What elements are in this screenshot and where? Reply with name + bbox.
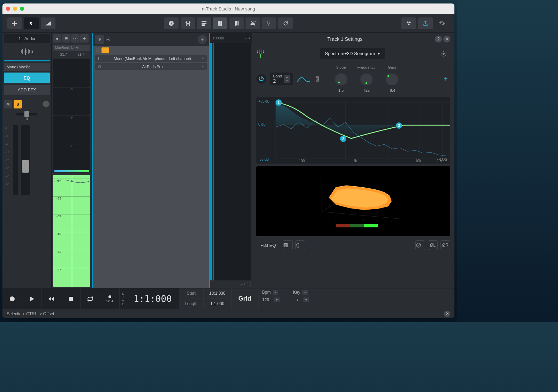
svg-rect-10 [205,21,206,22]
svg-rect-64 [285,246,287,247]
add-band-button[interactable]: + [441,74,450,83]
stretch-icon[interactable]: ⟷ [245,36,250,40]
record-button[interactable] [2,288,22,309]
svg-point-29 [408,23,410,25]
key-value[interactable]: / [294,297,301,302]
key-up-icon[interactable]: ▲ [302,290,308,295]
peak-meters: -3 -9 -15 [53,59,90,172]
maximize-window[interactable] [20,7,24,11]
fullscreen-icon[interactable]: ⛶ [247,282,251,287]
stop-button[interactable] [61,288,81,309]
band-up-icon[interactable]: ▲ [284,75,290,79]
phase-left-button[interactable]: ØL [428,240,438,250]
status-close-icon[interactable]: ✕ [444,311,450,317]
solo-button[interactable]: S [14,100,22,108]
play-button[interactable] [22,288,42,309]
rewind-button[interactable] [42,288,61,309]
mute-button[interactable]: M [4,100,12,108]
grid-mode[interactable]: Grid [232,288,259,309]
track-color-bar [4,60,50,61]
loop-button[interactable] [81,288,100,309]
record-dot-icon[interactable]: ● [53,34,61,43]
zoom-in-icon[interactable]: + [243,282,246,287]
move-tool-icon[interactable] [7,17,22,29]
gain-knob[interactable] [385,72,399,85]
grid-view-icon[interactable] [197,17,211,29]
length-value[interactable]: 1:1:000 [204,299,232,309]
slope-knob[interactable] [334,72,348,85]
sonogram-3d-display[interactable] [256,166,450,236]
svg-rect-2 [186,21,187,26]
refresh-icon[interactable] [278,17,293,29]
eq-node-1[interactable]: 1 [276,99,282,106]
track-name[interactable]: 1 - Audio [4,34,50,43]
input-routing[interactable]: I Mono (MacBook Air M...phone - Left cha… [95,55,207,62]
close-window[interactable] [6,7,10,11]
key-down-icon[interactable]: ▼ [303,297,309,302]
svg-rect-68 [69,297,73,301]
filter-icon[interactable]: ▼ [95,35,104,44]
timeline-track[interactable] [210,43,252,280]
chevron-down-icon[interactable]: ▾ [202,56,204,61]
scale-mode[interactable]: LOG [440,158,447,161]
info-icon[interactable]: i [164,17,179,29]
volume-fader[interactable] [21,125,30,195]
menu-icon[interactable]: ≡ [62,34,70,43]
settings-gear-icon[interactable] [435,17,450,29]
svg-rect-20 [236,21,237,25]
bpm-up-icon[interactable]: ▲ [273,290,278,295]
window-title: n-Track Studio | New song [202,6,255,12]
svg-rect-55 [350,224,364,227]
mixer-icon[interactable] [181,17,195,29]
bpm-value[interactable]: 120 [262,297,272,302]
svg-line-66 [417,243,420,247]
help-icon[interactable]: ? [435,36,442,43]
close-panel-icon[interactable]: ✕ [443,36,450,43]
add-icon[interactable]: + [80,34,89,43]
plugins-icon[interactable] [401,17,416,29]
panel-gear-icon[interactable] [106,35,115,44]
more-icon[interactable]: ⋯ [71,34,80,43]
eq-node-3[interactable]: 3 [396,122,402,129]
start-position[interactable]: 13:1:030 [204,288,232,299]
phase-right-button[interactable]: ØR [440,240,450,250]
channel-color-swatch[interactable] [101,47,109,53]
delete-preset-icon[interactable] [295,240,305,250]
metronome-button[interactable]: 1234 [100,288,120,309]
channel-strip-icon[interactable] [213,17,227,29]
share-icon[interactable] [418,17,433,29]
chevron-down-icon[interactable]: ▾ [202,64,204,69]
save-preset-icon[interactable] [283,240,293,250]
eq-settings-gear-icon[interactable] [440,49,450,59]
view-mode-dropdown[interactable]: Spectrum+3D Sonogram ▾ [320,48,385,59]
delete-band-icon[interactable] [315,75,323,83]
tuning-fork-icon[interactable] [256,49,265,59]
add-efx-button[interactable]: ADD EFX [4,85,50,95]
time-display[interactable]: 1:1:000 [127,288,179,309]
eq-node-2[interactable]: 2 [340,136,346,142]
flat-eq-button[interactable]: Flat EQ [256,241,280,250]
eq-button[interactable]: EQ [4,73,50,83]
frequency-knob[interactable] [360,72,373,85]
band-selector[interactable]: Band 2 ▲ ▼ [270,73,293,85]
mixer-input-label[interactable]: MacBook Air Mi... [53,45,90,51]
zoom-out-icon[interactable]: − [240,282,243,287]
eq-spectrum-graph[interactable]: +30 dB 0 dB -30 dB 100 1k 10k 20k 1 2 3 … [256,97,450,164]
track-input-select[interactable]: Mono (MacBo... [4,63,50,71]
minimize-window[interactable] [13,7,17,11]
eq-power-button[interactable]: ⏻ [256,74,266,84]
drums-icon[interactable]: + [246,17,260,29]
phase-invert-icon[interactable] [415,240,425,250]
record-arm-button[interactable] [42,100,50,108]
fade-tool-icon[interactable] [41,17,55,29]
band-down-icon[interactable]: ▼ [284,79,290,83]
svg-rect-12 [203,23,205,24]
tuning-fork-icon[interactable] [262,17,276,29]
output-routing[interactable]: O AirPods Pro ▾ [95,63,207,70]
add-channel-button[interactable]: + [198,35,207,44]
piano-roll-icon[interactable] [229,17,244,29]
filter-shape-icon[interactable] [297,75,311,83]
pan-slider[interactable] [16,113,37,115]
bpm-down-icon[interactable]: ▼ [274,297,280,302]
pointer-tool-icon[interactable] [24,17,39,29]
